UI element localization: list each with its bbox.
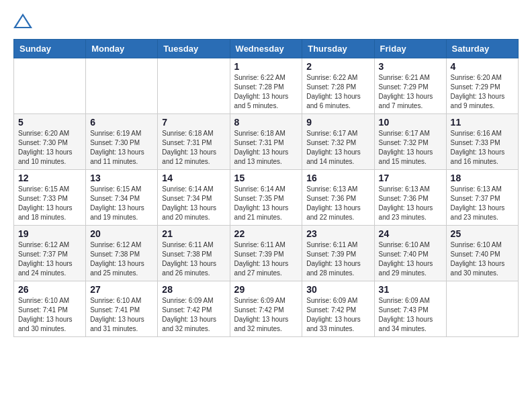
calendar-cell: 5Sunrise: 6:20 AMSunset: 7:30 PMDaylight… [14,114,86,170]
calendar-week-5: 26Sunrise: 6:10 AMSunset: 7:41 PMDayligh… [14,281,519,337]
calendar-cell: 17Sunrise: 6:13 AMSunset: 7:36 PMDayligh… [374,170,446,226]
calendar-cell: 8Sunrise: 6:18 AMSunset: 7:31 PMDaylight… [230,114,302,170]
day-info: Sunrise: 6:21 AMSunset: 7:29 PMDaylight:… [379,73,442,111]
column-header-friday: Friday [374,40,446,58]
calendar-cell: 14Sunrise: 6:14 AMSunset: 7:34 PMDayligh… [158,170,230,226]
calendar-cell: 23Sunrise: 6:11 AMSunset: 7:39 PMDayligh… [302,226,374,281]
day-info: Sunrise: 6:22 AMSunset: 7:28 PMDaylight:… [234,73,298,111]
calendar-cell: 19Sunrise: 6:12 AMSunset: 7:37 PMDayligh… [14,226,86,281]
day-number: 13 [90,173,153,183]
day-number: 19 [18,228,81,239]
day-number: 9 [306,117,369,128]
calendar-cell: 29Sunrise: 6:09 AMSunset: 7:42 PMDayligh… [230,281,302,337]
column-header-saturday: Saturday [446,40,518,58]
day-info: Sunrise: 6:19 AMSunset: 7:30 PMDaylight:… [90,129,153,167]
day-number: 16 [306,173,369,183]
day-info: Sunrise: 6:13 AMSunset: 7:36 PMDaylight:… [306,185,369,222]
day-number: 28 [162,284,225,295]
calendar-cell: 12Sunrise: 6:15 AMSunset: 7:33 PMDayligh… [14,170,86,226]
calendar-cell: 11Sunrise: 6:16 AMSunset: 7:33 PMDayligh… [446,114,518,170]
day-info: Sunrise: 6:17 AMSunset: 7:32 PMDaylight:… [379,129,442,167]
day-info: Sunrise: 6:11 AMSunset: 7:39 PMDaylight:… [234,240,298,278]
day-number: 10 [379,117,442,128]
day-number: 11 [451,117,514,128]
day-info: Sunrise: 6:18 AMSunset: 7:31 PMDaylight:… [234,129,298,167]
calendar-cell: 18Sunrise: 6:13 AMSunset: 7:37 PMDayligh… [446,170,518,226]
day-info: Sunrise: 6:20 AMSunset: 7:29 PMDaylight:… [451,73,514,111]
day-number: 26 [18,284,81,295]
day-info: Sunrise: 6:14 AMSunset: 7:35 PMDaylight:… [234,185,298,222]
calendar-cell: 7Sunrise: 6:18 AMSunset: 7:31 PMDaylight… [158,114,230,170]
day-info: Sunrise: 6:11 AMSunset: 7:38 PMDaylight:… [162,240,225,278]
calendar-cell: 2Sunrise: 6:22 AMSunset: 7:28 PMDaylight… [302,58,374,114]
day-info: Sunrise: 6:15 AMSunset: 7:33 PMDaylight:… [18,185,81,222]
day-number: 17 [379,173,442,183]
calendar-cell: 3Sunrise: 6:21 AMSunset: 7:29 PMDaylight… [374,58,446,114]
day-info: Sunrise: 6:10 AMSunset: 7:41 PMDaylight:… [18,296,81,334]
day-info: Sunrise: 6:13 AMSunset: 7:36 PMDaylight:… [379,185,442,222]
calendar-cell: 13Sunrise: 6:15 AMSunset: 7:34 PMDayligh… [86,170,158,226]
calendar-cell [86,58,158,114]
calendar-cell: 1Sunrise: 6:22 AMSunset: 7:28 PMDaylight… [230,58,302,114]
day-number: 21 [162,228,225,239]
calendar-cell: 20Sunrise: 6:12 AMSunset: 7:38 PMDayligh… [86,226,158,281]
day-number: 4 [451,61,514,72]
logo [13,13,35,28]
day-info: Sunrise: 6:12 AMSunset: 7:38 PMDaylight:… [90,240,153,278]
day-number: 25 [451,228,514,239]
day-number: 8 [234,117,298,128]
calendar-cell: 15Sunrise: 6:14 AMSunset: 7:35 PMDayligh… [230,170,302,226]
day-info: Sunrise: 6:10 AMSunset: 7:40 PMDaylight:… [379,240,442,278]
calendar-week-1: 1Sunrise: 6:22 AMSunset: 7:28 PMDaylight… [14,58,519,114]
day-number: 27 [90,284,153,295]
day-number: 23 [306,228,369,239]
calendar-week-2: 5Sunrise: 6:20 AMSunset: 7:30 PMDaylight… [14,114,519,170]
day-info: Sunrise: 6:10 AMSunset: 7:40 PMDaylight:… [451,240,514,278]
calendar-cell: 16Sunrise: 6:13 AMSunset: 7:36 PMDayligh… [302,170,374,226]
calendar-cell: 26Sunrise: 6:10 AMSunset: 7:41 PMDayligh… [14,281,86,337]
calendar-cell: 28Sunrise: 6:09 AMSunset: 7:42 PMDayligh… [158,281,230,337]
day-info: Sunrise: 6:11 AMSunset: 7:39 PMDaylight:… [306,240,369,278]
day-number: 22 [234,228,298,239]
calendar-cell: 21Sunrise: 6:11 AMSunset: 7:38 PMDayligh… [158,226,230,281]
day-info: Sunrise: 6:18 AMSunset: 7:31 PMDaylight:… [162,129,225,167]
calendar-cell [14,58,86,114]
day-number: 24 [379,228,442,239]
column-header-tuesday: Tuesday [158,40,230,58]
column-header-wednesday: Wednesday [230,40,302,58]
calendar-cell: 4Sunrise: 6:20 AMSunset: 7:29 PMDaylight… [446,58,518,114]
calendar-header-row: SundayMondayTuesdayWednesdayThursdayFrid… [14,40,519,58]
column-header-thursday: Thursday [302,40,374,58]
day-info: Sunrise: 6:20 AMSunset: 7:30 PMDaylight:… [18,129,81,167]
calendar-cell: 25Sunrise: 6:10 AMSunset: 7:40 PMDayligh… [446,226,518,281]
day-number: 3 [379,61,442,72]
calendar-cell [158,58,230,114]
day-info: Sunrise: 6:17 AMSunset: 7:32 PMDaylight:… [306,129,369,167]
day-number: 20 [90,228,153,239]
day-number: 18 [451,173,514,183]
day-number: 5 [18,117,81,128]
page-header [13,13,519,28]
calendar-cell: 27Sunrise: 6:10 AMSunset: 7:41 PMDayligh… [86,281,158,337]
calendar-cell: 30Sunrise: 6:09 AMSunset: 7:42 PMDayligh… [302,281,374,337]
calendar-week-3: 12Sunrise: 6:15 AMSunset: 7:33 PMDayligh… [14,170,519,226]
day-info: Sunrise: 6:15 AMSunset: 7:34 PMDaylight:… [90,185,153,222]
calendar-cell: 24Sunrise: 6:10 AMSunset: 7:40 PMDayligh… [374,226,446,281]
day-info: Sunrise: 6:10 AMSunset: 7:41 PMDaylight:… [90,296,153,334]
column-header-monday: Monday [86,40,158,58]
column-header-sunday: Sunday [14,40,86,58]
calendar-cell: 31Sunrise: 6:09 AMSunset: 7:43 PMDayligh… [374,281,446,337]
day-number: 6 [90,117,153,128]
day-info: Sunrise: 6:09 AMSunset: 7:43 PMDaylight:… [379,296,442,334]
calendar-cell [446,281,518,337]
day-number: 30 [306,284,369,295]
day-number: 7 [162,117,225,128]
day-info: Sunrise: 6:14 AMSunset: 7:34 PMDaylight:… [162,185,225,222]
calendar-cell: 10Sunrise: 6:17 AMSunset: 7:32 PMDayligh… [374,114,446,170]
day-number: 12 [18,173,81,183]
calendar-week-4: 19Sunrise: 6:12 AMSunset: 7:37 PMDayligh… [14,226,519,281]
day-number: 15 [234,173,298,183]
day-info: Sunrise: 6:12 AMSunset: 7:37 PMDaylight:… [18,240,81,278]
calendar-cell: 9Sunrise: 6:17 AMSunset: 7:32 PMDaylight… [302,114,374,170]
day-info: Sunrise: 6:16 AMSunset: 7:33 PMDaylight:… [451,129,514,167]
